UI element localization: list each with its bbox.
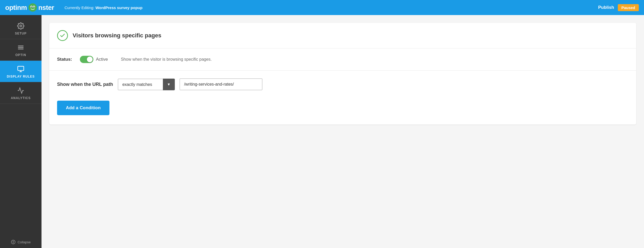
- collapse-label: Collapse: [18, 240, 31, 244]
- logo-monster-icon: [28, 3, 37, 12]
- url-path-row: Show when the URL path exactly matches c…: [49, 71, 636, 98]
- add-condition-button[interactable]: Add a Condition: [57, 101, 109, 115]
- status-active-text: Active: [96, 57, 108, 62]
- sidebar-item-display-rules-label: DISPLAY RULES: [7, 75, 35, 78]
- sidebar-item-setup[interactable]: SETUP: [0, 18, 41, 39]
- main-content: Visitors browsing specific pages Status:…: [41, 15, 644, 248]
- top-header: optinm nster Currently Editing: WordPres…: [0, 0, 644, 15]
- check-circle: [57, 30, 68, 41]
- editing-text: Currently Editing: WordPress survey popu…: [65, 5, 598, 10]
- svg-point-12: [11, 240, 15, 244]
- svg-point-3: [31, 6, 32, 8]
- display-rules-card: Visitors browsing specific pages Status:…: [49, 23, 636, 125]
- svg-point-0: [29, 3, 37, 12]
- url-match-select[interactable]: exactly matches contains starts with end…: [118, 79, 175, 90]
- logo-text-2: nster: [38, 4, 54, 12]
- logo-text: optinm: [5, 4, 27, 12]
- svg-point-4: [33, 6, 34, 8]
- sidebar-item-setup-label: SETUP: [15, 32, 26, 35]
- sidebar: SETUP OPTIN DISPLAY RULES ANALYTICS: [0, 15, 41, 248]
- url-path-label: Show when the URL path: [57, 82, 113, 87]
- card-header: Visitors browsing specific pages: [49, 23, 636, 49]
- gear-icon: [17, 22, 24, 30]
- layout: SETUP OPTIN DISPLAY RULES ANALYTICS: [0, 15, 644, 248]
- url-value-input[interactable]: [179, 78, 262, 90]
- sidebar-item-analytics[interactable]: ANALYTICS: [0, 82, 41, 104]
- sidebar-collapse[interactable]: Collapse: [0, 236, 41, 248]
- header-right: Publish Paused: [598, 4, 639, 11]
- status-toggle[interactable]: [80, 56, 93, 63]
- sidebar-item-display-rules[interactable]: DISPLAY RULES: [0, 61, 41, 82]
- collapse-icon: [11, 240, 16, 244]
- editing-name: WordPress survey popup: [95, 5, 142, 10]
- menu-icon: [17, 44, 24, 51]
- chart-icon: [17, 87, 24, 94]
- publish-button[interactable]: Publish: [598, 5, 614, 10]
- url-match-select-wrapper: exactly matches contains starts with end…: [118, 79, 175, 90]
- toggle-group: Active: [80, 56, 108, 63]
- monitor-icon: [17, 65, 24, 73]
- sidebar-item-optin-label: OPTIN: [15, 53, 26, 57]
- status-row: Status: Active Show when the visitor is …: [49, 49, 636, 71]
- sidebar-item-analytics-label: ANALYTICS: [11, 96, 31, 100]
- svg-rect-9: [18, 66, 24, 71]
- toggle-knob: [87, 57, 93, 62]
- sidebar-item-optin[interactable]: OPTIN: [0, 39, 41, 61]
- paused-badge: Paused: [618, 4, 639, 11]
- checkmark-icon: [60, 33, 65, 38]
- add-condition-section: Add a Condition: [49, 98, 636, 125]
- logo: optinm nster: [5, 3, 54, 12]
- status-description: Show when the visitor is browsing specif…: [121, 57, 212, 62]
- svg-point-5: [20, 25, 22, 27]
- status-label: Status:: [57, 57, 72, 62]
- card-title: Visitors browsing specific pages: [73, 32, 161, 39]
